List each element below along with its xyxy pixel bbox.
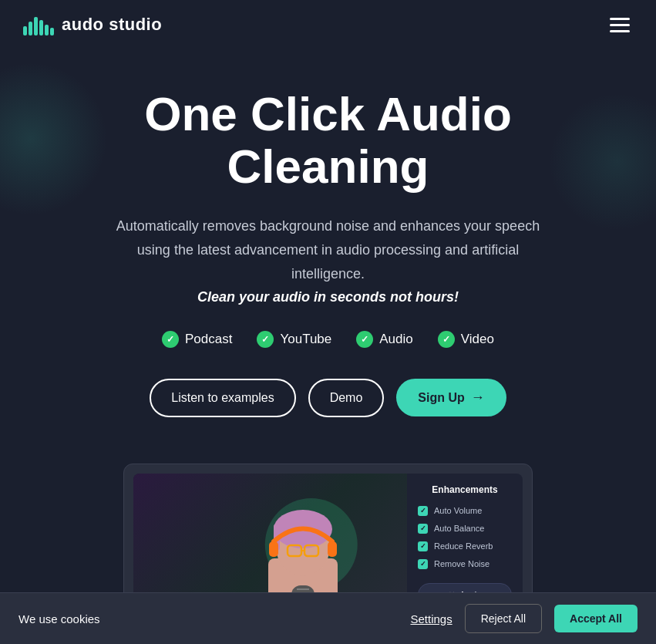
enhancement-auto-volume: ✓ Auto Volume <box>418 506 512 516</box>
feature-audio: ✓ Audio <box>356 331 412 348</box>
feature-label-audio: Audio <box>379 332 412 347</box>
logo-text: audo studio <box>62 15 162 35</box>
svg-rect-15 <box>328 541 337 557</box>
feature-video: ✓ Video <box>438 331 494 348</box>
svg-rect-0 <box>23 26 27 35</box>
feature-podcast: ✓ Podcast <box>162 331 232 348</box>
enhancement-reduce-reverb: ✓ Reduce Reverb <box>418 541 512 551</box>
hamburger-line-3 <box>610 30 630 32</box>
checkbox-remove-noise[interactable]: ✓ <box>418 559 428 569</box>
logo-icon <box>23 14 54 35</box>
checkbox-auto-volume[interactable]: ✓ <box>418 506 428 516</box>
navigation: audo studio <box>0 0 656 49</box>
features-list: ✓ Podcast ✓ YouTube ✓ Audio ✓ Video <box>62 331 594 348</box>
cookie-message: We use cookies <box>19 612 398 625</box>
svg-rect-2 <box>34 17 38 35</box>
check-icon-video: ✓ <box>438 331 455 348</box>
feature-label-podcast: Podcast <box>185 332 232 347</box>
checkbox-auto-balance[interactable]: ✓ <box>418 524 428 534</box>
hero-subtitle-highlight: Clean your audio in seconds not hours! <box>197 289 459 305</box>
hero-subtitle: Automatically removes background noise a… <box>105 214 552 309</box>
arrow-icon: → <box>471 389 485 406</box>
hero-subtitle-text: Automatically removes background noise a… <box>116 218 540 281</box>
label-remove-noise: Remove Noise <box>434 559 489 568</box>
hamburger-line-2 <box>610 24 630 26</box>
check-icon-podcast: ✓ <box>162 331 179 348</box>
feature-label-youtube: YouTube <box>280 332 331 347</box>
enhancement-remove-noise: ✓ Remove Noise <box>418 559 512 569</box>
svg-rect-3 <box>39 20 43 35</box>
cookie-banner: We use cookies Settings Reject All Accep… <box>0 592 656 644</box>
check-icon-youtube: ✓ <box>257 331 274 348</box>
accept-all-button[interactable]: Accept All <box>554 605 637 632</box>
demo-button[interactable]: Demo <box>308 379 385 417</box>
label-auto-volume: Auto Volume <box>434 506 482 515</box>
feature-label-video: Video <box>461 332 494 347</box>
label-reduce-reverb: Reduce Reverb <box>434 541 493 551</box>
svg-rect-5 <box>50 28 54 35</box>
svg-rect-1 <box>29 22 32 35</box>
hero-section: One Click Audio Cleaning Automatically r… <box>0 49 656 644</box>
signup-label: Sign Up <box>418 391 464 405</box>
cta-buttons: Listen to examples Demo Sign Up → <box>62 379 594 417</box>
checkbox-reduce-reverb[interactable]: ✓ <box>418 541 428 551</box>
cookie-settings-button[interactable]: Settings <box>410 612 452 625</box>
logo[interactable]: audo studio <box>23 14 162 35</box>
hamburger-menu[interactable] <box>607 15 633 35</box>
enhancement-auto-balance: ✓ Auto Balance <box>418 524 512 534</box>
signup-button[interactable]: Sign Up → <box>396 379 506 416</box>
reject-all-button[interactable]: Reject All <box>465 604 542 633</box>
listen-examples-button[interactable]: Listen to examples <box>150 379 295 417</box>
enhancements-title: Enhancements <box>418 484 512 495</box>
check-icon-audio: ✓ <box>356 331 373 348</box>
svg-rect-4 <box>45 25 49 35</box>
label-auto-balance: Auto Balance <box>434 524 484 533</box>
hero-title: One Click Audio Cleaning <box>62 88 594 193</box>
feature-youtube: ✓ YouTube <box>257 331 331 348</box>
svg-rect-14 <box>269 541 278 557</box>
hamburger-line-1 <box>610 18 630 20</box>
